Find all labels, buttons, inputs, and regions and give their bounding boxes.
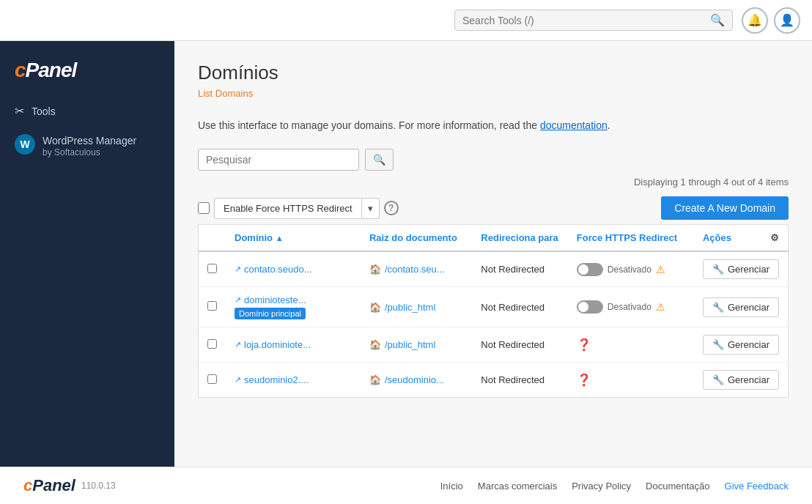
row1-root: 🏠 /contato.seu...: [361, 251, 472, 287]
row1-toggle[interactable]: [577, 263, 603, 276]
topbar: 🔍 🔔 👤: [0, 0, 812, 41]
row4-root-link[interactable]: /seudominio...: [385, 374, 444, 385]
description: Use this interface to manage your domain…: [198, 119, 789, 131]
row1-root-link[interactable]: /contato.seu...: [385, 264, 445, 275]
row4-actions: 🔧 Gerenciar: [694, 363, 789, 398]
row3-checkbox[interactable]: [207, 339, 217, 349]
toolbar-left: Enable Force HTTPS Redirect ▾ ?: [198, 198, 399, 219]
search-submit-icon[interactable]: 🔍: [710, 13, 725, 27]
row3-manage-icon: 🔧: [712, 339, 724, 350]
footer-link-inicio[interactable]: Início: [440, 481, 463, 492]
documentation-link[interactable]: documentation: [540, 119, 608, 131]
row4-checkbox[interactable]: [207, 374, 217, 384]
footer-link-docs[interactable]: Documentação: [646, 481, 709, 492]
row1-manage-button[interactable]: 🔧 Gerenciar: [703, 259, 779, 279]
search-input[interactable]: [462, 15, 710, 26]
breadcrumb-link[interactable]: List Domains: [198, 88, 253, 99]
table-row: ↗ dominioteste... Domínio principal 🏠 /p…: [199, 287, 789, 327]
table-search-row: 🔍: [198, 149, 789, 171]
th-https: Force HTTPS Redirect: [568, 225, 694, 252]
wordpress-sublabel: by Softaculous: [43, 147, 136, 159]
row1-check: [199, 251, 226, 287]
row4-manage-icon: 🔧: [712, 374, 724, 385]
user-profile-icon[interactable]: 👤: [774, 7, 800, 34]
footer-link-privacy[interactable]: Privacy Policy: [572, 481, 631, 492]
row2-home-icon: 🏠: [369, 302, 381, 313]
wordpress-label: WordPress Manager: [43, 134, 136, 147]
notifications-icon[interactable]: 🔔: [742, 7, 768, 34]
row4-check: [199, 363, 226, 398]
footer-cpanel-logo: cPanel: [23, 476, 75, 495]
sidebar: cPanel ✂ Tools W WordPress Manager by So…: [0, 41, 174, 467]
table-header-row: Domínio ▲ Raiz do documento Redireciona …: [199, 225, 789, 252]
row2-domain: ↗ dominioteste... Domínio principal: [226, 287, 361, 327]
footer-link-feedback[interactable]: Give Feedback: [725, 481, 789, 492]
th-redirect: Redireciona para: [472, 225, 568, 252]
row4-root: 🏠 /seudominio...: [361, 363, 472, 398]
create-domain-button[interactable]: Create A New Domain: [661, 196, 789, 220]
row4-manage-button[interactable]: 🔧 Gerenciar: [703, 370, 779, 390]
row1-external-icon: ↗: [235, 264, 241, 274]
displaying-row: Displaying 1 through 4 out of 4 items: [198, 177, 789, 188]
sidebar-item-tools[interactable]: ✂ Tools: [0, 97, 174, 125]
footer-link-marcas[interactable]: Marcas comerciais: [478, 481, 557, 492]
row4-home-icon: 🏠: [369, 374, 381, 385]
row3-domain-link[interactable]: ↗ loja.dominiote...: [235, 339, 352, 350]
footer-links: Início Marcas comerciais Privacy Policy …: [440, 481, 789, 492]
wordpress-text: WordPress Manager by Softaculous: [43, 134, 136, 159]
sidebar-item-tools-label: Tools: [32, 105, 56, 117]
row2-check: [199, 287, 226, 327]
row3-domain: ↗ loja.dominiote...: [226, 327, 361, 363]
th-domain[interactable]: Domínio ▲: [226, 225, 361, 252]
row4-domain-text: seudominio2....: [244, 374, 309, 385]
https-dropdown-caret[interactable]: ▾: [362, 198, 380, 219]
gear-settings-icon[interactable]: ⚙: [770, 232, 779, 243]
row3-root: 🏠 /public_html: [361, 327, 472, 363]
row2-https-label: Desativado: [608, 302, 652, 312]
row2-domain-link[interactable]: ↗ dominioteste...: [235, 294, 352, 305]
layout: cPanel ✂ Tools W WordPress Manager by So…: [0, 41, 812, 467]
row4-https-question-icon[interactable]: ❓: [577, 374, 591, 386]
row4-domain: ↗ seudominio2....: [226, 363, 361, 398]
row4-https: ❓: [568, 363, 694, 398]
row3-manage-button[interactable]: 🔧 Gerenciar: [703, 335, 779, 355]
row4-domain-link[interactable]: ↗ seudominio2....: [235, 374, 352, 385]
row2-warning-icon: ⚠: [656, 301, 665, 313]
row1-domain-text: contato.seudo...: [244, 264, 312, 275]
row3-check: [199, 327, 226, 363]
footer-logo: cPanel 110.0.13: [23, 476, 116, 495]
row2-manage-button[interactable]: 🔧 Gerenciar: [703, 297, 779, 317]
row1-domain: ↗ contato.seudo...: [226, 251, 361, 287]
table-row: ↗ loja.dominiote... 🏠 /public_html Not R…: [199, 327, 789, 363]
row1-warning-icon: ⚠: [656, 264, 665, 275]
description-end: .: [608, 119, 610, 131]
sidebar-item-wordpress[interactable]: W WordPress Manager by Softaculous: [0, 125, 174, 168]
row4-external-icon: ↗: [235, 375, 241, 385]
displaying-text: Displaying 1 through 4 out of 4 items: [634, 177, 789, 188]
row3-redirect: Not Redirected: [472, 327, 568, 363]
row2-toggle[interactable]: [577, 300, 603, 314]
row2-actions: 🔧 Gerenciar: [694, 287, 789, 327]
row2-https: Desativado ⚠: [568, 287, 694, 327]
row2-domain-text: dominioteste...: [244, 294, 306, 305]
table-search-input[interactable]: [198, 149, 359, 171]
search-bar[interactable]: 🔍: [454, 10, 733, 31]
row2-checkbox[interactable]: [207, 301, 217, 311]
row3-root-link[interactable]: /public_html: [385, 339, 435, 350]
table-search-button[interactable]: 🔍: [365, 149, 394, 171]
help-icon[interactable]: ?: [384, 201, 399, 215]
table-body: ↗ contato.seudo... 🏠 /contato.seu... Not…: [199, 251, 789, 398]
th-check: [199, 225, 226, 252]
row1-domain-link[interactable]: ↗ contato.seudo...: [235, 264, 352, 275]
select-all-checkbox[interactable]: [198, 202, 210, 214]
row1-redirect: Not Redirected: [472, 251, 568, 287]
th-actions: Ações ⚙: [694, 225, 789, 252]
row1-checkbox[interactable]: [207, 264, 217, 273]
row1-https: Desativado ⚠: [568, 251, 694, 287]
row2-root-link[interactable]: /public_html: [385, 302, 435, 313]
enable-https-button[interactable]: Enable Force HTTPS Redirect: [214, 198, 362, 219]
row3-external-icon: ↗: [235, 340, 241, 349]
row2-manage-icon: 🔧: [712, 302, 724, 313]
description-text: Use this interface to manage your domain…: [198, 119, 540, 131]
row3-https-question-icon[interactable]: ❓: [577, 338, 591, 351]
